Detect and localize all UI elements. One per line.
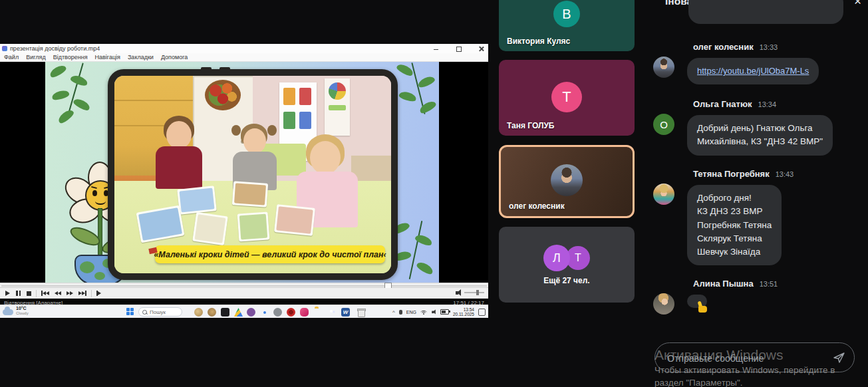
message-author: Алина Пышна: [693, 279, 754, 289]
meeting-screen: презентація досвіду роботи.mp4 Файл Вигл…: [0, 0, 868, 387]
menu-view[interactable]: Вигляд: [26, 54, 46, 61]
snip-app-icon[interactable]: [221, 308, 229, 317]
xbox-icon[interactable]: [273, 308, 282, 317]
chat-input[interactable]: [654, 342, 855, 372]
minimize-icon[interactable]: [432, 45, 440, 52]
message-time: 13:51: [760, 280, 778, 288]
red-app-icon[interactable]: [287, 308, 295, 317]
message-author: Тетяна Погребняк: [693, 169, 770, 179]
menu-bookmarks[interactable]: Закладки: [128, 54, 154, 61]
weather-widget[interactable]: 10°C Cloudy: [3, 306, 29, 315]
picture-card: [232, 181, 268, 207]
seek-bar[interactable]: [0, 283, 488, 288]
tray-chevron-icon[interactable]: ^: [392, 309, 395, 315]
wifi-icon[interactable]: [420, 310, 427, 315]
overflow-avatars: Л Т: [543, 245, 590, 271]
speaker-icon[interactable]: [432, 310, 436, 315]
windows-taskbar: 10°C Cloudy Пошук W ^: [0, 305, 488, 318]
fast-forward-button[interactable]: [64, 289, 76, 297]
menu-file[interactable]: Файл: [4, 54, 19, 61]
frame-step-button[interactable]: [94, 289, 104, 297]
restore-icon[interactable]: [455, 45, 463, 52]
menu-help[interactable]: Допомога: [161, 54, 188, 61]
picture-card: [274, 204, 315, 236]
avatar-initial: Л: [543, 245, 570, 271]
message-bubble: Добрий день) Гнатюк Ольга Михайлівна, КЗ…: [687, 115, 833, 156]
picture-card: [237, 211, 270, 241]
clipped-message-bubble: [688, 0, 843, 24]
photo-frame: «Маленькі кроки дітей — великий крок до …: [108, 69, 398, 280]
player-titlebar: презентація досвіду роботи.mp4: [0, 44, 488, 54]
sticker-app2-icon[interactable]: [208, 308, 216, 317]
weather-temperature: 10°C: [16, 306, 29, 311]
participants-overflow-tile[interactable]: Л Т Ещё 27 чел.: [499, 227, 635, 303]
presentation-slide: «Маленькі кроки дітей — великий крок до …: [45, 62, 439, 283]
participant-tile-viktoria[interactable]: В Виктория Куляс: [499, 0, 635, 51]
start-button[interactable]: [126, 308, 134, 316]
language-indicator[interactable]: ENG: [406, 310, 416, 315]
message-bubble: Доброго дня! КЗ ДНЗ 23 ВМР Погребняк Тет…: [687, 185, 782, 265]
cloud-icon: [3, 309, 13, 315]
google-drive-icon[interactable]: [234, 308, 243, 317]
menu-playback[interactable]: Відтворення: [53, 54, 88, 61]
participant-name: Виктория Куляс: [507, 37, 570, 46]
volume-slider[interactable]: [464, 292, 484, 293]
send-icon[interactable]: [833, 351, 846, 364]
viber-icon[interactable]: [247, 308, 255, 317]
player-window-title: презентація досвіду роботи.mp4: [10, 45, 100, 52]
avatar: [653, 57, 674, 78]
avatar: О: [653, 114, 674, 135]
media-player-window: презентація досвіду роботи.mp4 Файл Вигл…: [0, 44, 488, 318]
sticker-app-icon[interactable]: [194, 308, 203, 317]
slogan-text: «Маленькі кроки дітей — великий крок до …: [154, 250, 386, 259]
overflow-count-label: Ещё 27 чел.: [499, 276, 635, 285]
participant-name: олег колесник: [509, 201, 565, 211]
message-time: 13:43: [776, 170, 794, 178]
participant-tile-oleg-speaking[interactable]: олег колесник: [499, 145, 635, 218]
taskbar-clock[interactable]: 13:54 20.11.2025: [453, 307, 474, 317]
participant-tile-tanya[interactable]: Т Таня ГОЛУБ: [499, 60, 635, 136]
player-app-icon: [2, 46, 7, 51]
stop-button[interactable]: [24, 289, 34, 297]
pause-button[interactable]: [13, 289, 24, 297]
avatar-photo: [551, 164, 583, 196]
close-icon[interactable]: ×: [854, 0, 861, 9]
game-controller-icon[interactable]: [300, 308, 309, 317]
avatar-initial: В: [553, 1, 580, 27]
rewind-button[interactable]: [52, 289, 64, 297]
picture-card: [177, 186, 217, 215]
wall-chart: [325, 78, 350, 136]
player-controls: [0, 288, 488, 299]
chat-panel: Іноваційна діяльність виховате... × олег…: [643, 0, 868, 387]
message-time: 13:33: [760, 43, 778, 51]
message-bubble: https://youtu.be/jUlOba7M-Ls: [687, 58, 819, 84]
autumn-wreath: [205, 80, 241, 110]
avatar: [653, 293, 674, 315]
volume-icon[interactable]: [456, 289, 461, 296]
message-bubble: 👍: [687, 295, 707, 308]
search-label: Пошук: [150, 309, 166, 315]
clock-time: 13:54: [464, 307, 474, 312]
player-menubar: Файл Вигляд Відтворення Навігація Заклад…: [0, 53, 488, 62]
system-tray: ^ ENG 13:54 20.11.2025: [392, 305, 486, 319]
slogan-banner: «Маленькі кроки дітей — великий крок до …: [155, 245, 385, 263]
skip-back-button[interactable]: [39, 289, 52, 297]
message-author: олег колесник: [693, 42, 754, 52]
menu-navigate[interactable]: Навігація: [95, 54, 120, 61]
play-button[interactable]: [3, 289, 13, 297]
avatar-initial: Т: [551, 82, 582, 112]
battery-icon[interactable]: [440, 309, 449, 315]
youtube-link[interactable]: https://youtu.be/jUlOba7M-Ls: [697, 66, 809, 76]
taskbar-search[interactable]: Пошук: [138, 307, 182, 317]
mic-tray-icon[interactable]: [399, 310, 402, 315]
skip-forward-button[interactable]: [76, 289, 89, 297]
child-left: [149, 116, 209, 195]
word-icon[interactable]: W: [341, 308, 350, 317]
classroom-photo: «Маленькі кроки дітей — великий крок до …: [114, 76, 391, 273]
recycle-bin-icon[interactable]: [357, 308, 365, 317]
notification-icon[interactable]: [478, 309, 486, 316]
chat-message-input[interactable]: [666, 343, 821, 373]
close-window-icon[interactable]: [478, 45, 486, 52]
picture-card: [192, 212, 228, 245]
avatar: [653, 184, 674, 205]
